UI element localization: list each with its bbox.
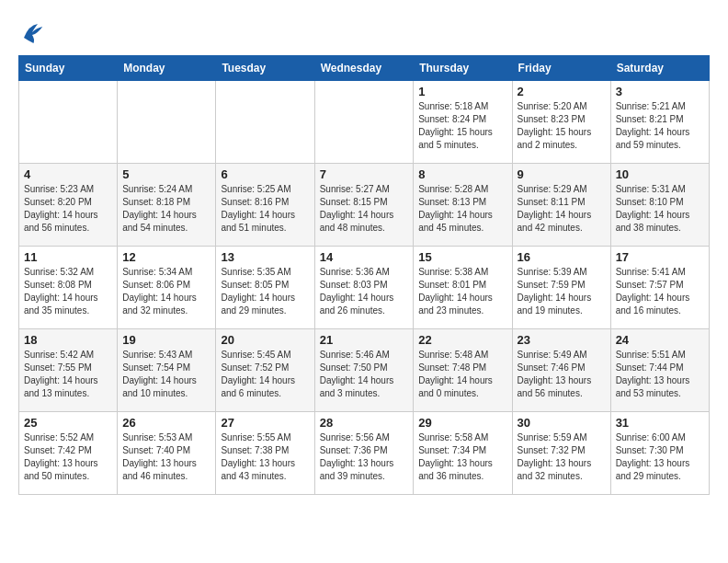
calendar-cell: 26Sunrise: 5:53 AM Sunset: 7:40 PM Dayli… <box>118 412 216 495</box>
weekday-header: Wednesday <box>314 56 414 81</box>
calendar-cell: 7Sunrise: 5:27 AM Sunset: 8:15 PM Daylig… <box>314 164 414 247</box>
weekday-header: Tuesday <box>216 56 314 81</box>
calendar-week-row: 18Sunrise: 5:42 AM Sunset: 7:55 PM Dayli… <box>19 329 710 412</box>
calendar-week-row: 4Sunrise: 5:23 AM Sunset: 8:20 PM Daylig… <box>19 164 710 247</box>
calendar-cell: 24Sunrise: 5:51 AM Sunset: 7:44 PM Dayli… <box>610 329 709 412</box>
day-info: Sunrise: 5:43 AM Sunset: 7:54 PM Dayligh… <box>122 349 210 400</box>
day-info: Sunrise: 5:51 AM Sunset: 7:44 PM Dayligh… <box>616 349 704 400</box>
day-info: Sunrise: 5:38 AM Sunset: 8:01 PM Dayligh… <box>418 266 506 317</box>
calendar-cell: 23Sunrise: 5:49 AM Sunset: 7:46 PM Dayli… <box>512 329 610 412</box>
day-info: Sunrise: 5:29 AM Sunset: 8:11 PM Dayligh… <box>518 183 606 235</box>
day-number: 3 <box>616 85 704 98</box>
day-info: Sunrise: 5:52 AM Sunset: 7:42 PM Dayligh… <box>24 431 112 483</box>
day-info: Sunrise: 5:42 AM Sunset: 7:55 PM Dayligh… <box>24 349 112 400</box>
calendar-cell: 6Sunrise: 5:25 AM Sunset: 8:16 PM Daylig… <box>216 164 314 247</box>
calendar-week-row: 25Sunrise: 5:52 AM Sunset: 7:42 PM Dayli… <box>19 412 710 495</box>
weekday-header: Monday <box>118 56 216 81</box>
day-info: Sunrise: 5:59 AM Sunset: 7:32 PM Dayligh… <box>518 431 606 483</box>
day-info: Sunrise: 5:35 AM Sunset: 8:05 PM Dayligh… <box>221 266 309 317</box>
day-info: Sunrise: 5:23 AM Sunset: 8:20 PM Dayligh… <box>24 183 112 235</box>
calendar-cell: 19Sunrise: 5:43 AM Sunset: 7:54 PM Dayli… <box>118 329 216 412</box>
calendar-cell: 5Sunrise: 5:24 AM Sunset: 8:18 PM Daylig… <box>118 164 216 247</box>
day-info: Sunrise: 5:48 AM Sunset: 7:48 PM Dayligh… <box>418 349 506 400</box>
day-info: Sunrise: 5:32 AM Sunset: 8:08 PM Dayligh… <box>24 266 112 317</box>
calendar-cell: 27Sunrise: 5:55 AM Sunset: 7:38 PM Dayli… <box>216 412 314 495</box>
calendar-cell: 17Sunrise: 5:41 AM Sunset: 7:57 PM Dayli… <box>610 247 709 329</box>
day-info: Sunrise: 5:58 AM Sunset: 7:34 PM Dayligh… <box>418 431 506 483</box>
day-number: 18 <box>24 333 112 347</box>
day-number: 15 <box>418 250 506 264</box>
calendar-cell: 28Sunrise: 5:56 AM Sunset: 7:36 PM Dayli… <box>314 412 414 495</box>
calendar-cell: 2Sunrise: 5:20 AM Sunset: 8:23 PM Daylig… <box>512 81 610 164</box>
calendar-cell: 31Sunrise: 6:00 AM Sunset: 7:30 PM Dayli… <box>610 412 709 495</box>
calendar-cell: 16Sunrise: 5:39 AM Sunset: 7:59 PM Dayli… <box>512 247 610 329</box>
day-number: 30 <box>518 416 606 430</box>
calendar-cell: 12Sunrise: 5:34 AM Sunset: 8:06 PM Dayli… <box>118 247 216 329</box>
day-number: 26 <box>122 416 210 430</box>
calendar-cell: 9Sunrise: 5:29 AM Sunset: 8:11 PM Daylig… <box>512 164 610 247</box>
day-info: Sunrise: 5:49 AM Sunset: 7:46 PM Dayligh… <box>518 349 606 400</box>
day-info: Sunrise: 5:56 AM Sunset: 7:36 PM Dayligh… <box>320 431 409 483</box>
calendar-cell: 14Sunrise: 5:36 AM Sunset: 8:03 PM Dayli… <box>314 247 414 329</box>
weekday-header-row: SundayMondayTuesdayWednesdayThursdayFrid… <box>19 56 710 81</box>
calendar-cell: 8Sunrise: 5:28 AM Sunset: 8:13 PM Daylig… <box>414 164 512 247</box>
weekday-header: Saturday <box>610 56 709 81</box>
day-number: 9 <box>518 167 606 181</box>
day-number: 7 <box>320 167 409 181</box>
day-number: 20 <box>221 333 309 347</box>
calendar-cell: 18Sunrise: 5:42 AM Sunset: 7:55 PM Dayli… <box>19 329 118 412</box>
day-number: 14 <box>320 250 409 264</box>
logo <box>18 18 51 46</box>
calendar-week-row: 11Sunrise: 5:32 AM Sunset: 8:08 PM Dayli… <box>19 247 710 329</box>
calendar-cell: 20Sunrise: 5:45 AM Sunset: 7:52 PM Dayli… <box>216 329 314 412</box>
day-info: Sunrise: 5:36 AM Sunset: 8:03 PM Dayligh… <box>320 266 409 317</box>
day-number: 22 <box>418 333 506 347</box>
day-info: Sunrise: 5:27 AM Sunset: 8:15 PM Dayligh… <box>320 183 409 235</box>
day-number: 19 <box>122 333 210 347</box>
calendar-cell <box>118 81 216 164</box>
day-info: Sunrise: 5:53 AM Sunset: 7:40 PM Dayligh… <box>122 431 210 483</box>
day-number: 4 <box>24 167 112 181</box>
day-info: Sunrise: 5:18 AM Sunset: 8:24 PM Dayligh… <box>418 100 506 152</box>
day-number: 24 <box>616 333 704 347</box>
calendar-cell: 29Sunrise: 5:58 AM Sunset: 7:34 PM Dayli… <box>414 412 512 495</box>
calendar-week-row: 1Sunrise: 5:18 AM Sunset: 8:24 PM Daylig… <box>19 81 710 164</box>
calendar-cell: 30Sunrise: 5:59 AM Sunset: 7:32 PM Dayli… <box>512 412 610 495</box>
day-number: 29 <box>418 416 506 430</box>
day-number: 6 <box>221 167 309 181</box>
calendar-cell: 21Sunrise: 5:46 AM Sunset: 7:50 PM Dayli… <box>314 329 414 412</box>
day-number: 2 <box>518 85 606 98</box>
day-info: Sunrise: 5:20 AM Sunset: 8:23 PM Dayligh… <box>518 100 606 152</box>
day-info: Sunrise: 5:46 AM Sunset: 7:50 PM Dayligh… <box>320 349 409 400</box>
calendar-cell <box>216 81 314 164</box>
day-number: 21 <box>320 333 409 347</box>
calendar-cell: 11Sunrise: 5:32 AM Sunset: 8:08 PM Dayli… <box>19 247 118 329</box>
day-number: 11 <box>24 250 112 264</box>
calendar-cell: 1Sunrise: 5:18 AM Sunset: 8:24 PM Daylig… <box>414 81 512 164</box>
calendar-cell: 3Sunrise: 5:21 AM Sunset: 8:21 PM Daylig… <box>610 81 709 164</box>
weekday-header: Friday <box>512 56 610 81</box>
calendar-cell: 10Sunrise: 5:31 AM Sunset: 8:10 PM Dayli… <box>610 164 709 247</box>
weekday-header: Thursday <box>414 56 512 81</box>
day-number: 16 <box>518 250 606 264</box>
logo-icon <box>18 18 46 46</box>
day-info: Sunrise: 5:31 AM Sunset: 8:10 PM Dayligh… <box>616 183 704 235</box>
day-info: Sunrise: 5:21 AM Sunset: 8:21 PM Dayligh… <box>616 100 704 152</box>
calendar-table: SundayMondayTuesdayWednesdayThursdayFrid… <box>18 55 710 495</box>
day-info: Sunrise: 5:34 AM Sunset: 8:06 PM Dayligh… <box>122 266 210 317</box>
day-info: Sunrise: 5:25 AM Sunset: 8:16 PM Dayligh… <box>221 183 309 235</box>
day-number: 23 <box>518 333 606 347</box>
day-number: 13 <box>221 250 309 264</box>
weekday-header: Sunday <box>19 56 118 81</box>
day-info: Sunrise: 5:45 AM Sunset: 7:52 PM Dayligh… <box>221 349 309 400</box>
day-info: Sunrise: 5:39 AM Sunset: 7:59 PM Dayligh… <box>518 266 606 317</box>
page-header <box>18 18 710 46</box>
day-info: Sunrise: 5:41 AM Sunset: 7:57 PM Dayligh… <box>616 266 704 317</box>
day-number: 8 <box>418 167 506 181</box>
calendar-cell: 22Sunrise: 5:48 AM Sunset: 7:48 PM Dayli… <box>414 329 512 412</box>
calendar-cell <box>19 81 118 164</box>
day-number: 5 <box>122 167 210 181</box>
calendar-cell <box>314 81 414 164</box>
calendar-cell: 15Sunrise: 5:38 AM Sunset: 8:01 PM Dayli… <box>414 247 512 329</box>
day-info: Sunrise: 6:00 AM Sunset: 7:30 PM Dayligh… <box>616 431 704 483</box>
